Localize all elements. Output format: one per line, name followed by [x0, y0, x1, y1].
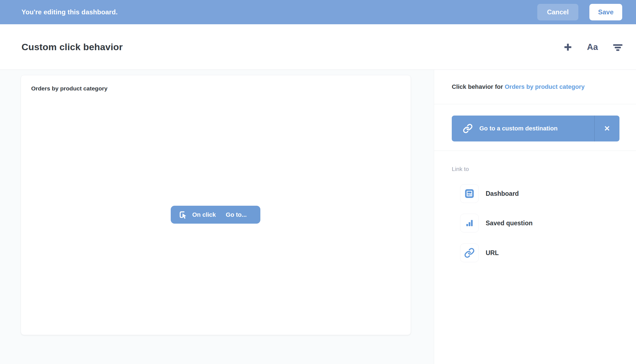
link-to-section-label: Link to — [452, 166, 469, 172]
destination-section: Go to a custom destination ✕ — [434, 104, 636, 151]
cursor-click-icon — [178, 210, 188, 220]
on-click-behavior-button[interactable]: On click Go to... — [171, 206, 260, 224]
link-icon — [460, 243, 479, 262]
save-button[interactable]: Save — [589, 4, 622, 20]
dashboard-title: Custom click behavior — [22, 42, 123, 52]
card-name-link[interactable]: Orders by product category — [505, 83, 585, 90]
sidebar-header-prefix: Click behavior for — [452, 83, 505, 90]
on-click-label: On click — [192, 211, 216, 218]
custom-destination-label: Go to a custom destination — [479, 125, 594, 132]
link-to-dashboard-option[interactable]: Dashboard — [434, 184, 636, 203]
click-behavior-sidebar: Click behavior for Orders by product cat… — [434, 70, 636, 364]
link-to-url-option[interactable]: URL — [434, 243, 636, 262]
filter-icon[interactable] — [612, 42, 623, 52]
sidebar-header-text: Click behavior for Orders by product cat… — [452, 83, 585, 90]
go-to-label: Go to... — [226, 211, 247, 218]
banner-actions: Cancel Save — [537, 4, 622, 20]
link-to-url-label: URL — [486, 249, 499, 257]
edit-mode-banner: You're editing this dashboard. Cancel Sa… — [0, 0, 636, 24]
dashboard-canvas: Orders by product category On click Go t… — [0, 70, 434, 364]
dashboard-header: Custom click behavior Aa — [0, 24, 636, 70]
add-card-plus-icon[interactable] — [563, 42, 573, 52]
bar-chart-icon — [460, 214, 479, 232]
custom-destination-button[interactable]: Go to a custom destination ✕ — [452, 116, 619, 141]
card-title: Orders by product category — [31, 85, 108, 92]
sidebar-header: Click behavior for Orders by product cat… — [434, 70, 636, 104]
dashboard-icon — [460, 184, 479, 203]
link-to-dashboard-label: Dashboard — [486, 190, 519, 197]
cancel-button[interactable]: Cancel — [537, 4, 578, 20]
edit-mode-message: You're editing this dashboard. — [22, 8, 118, 16]
link-to-saved-question-label: Saved question — [486, 220, 533, 227]
dashboard-card[interactable]: Orders by product category On click Go t… — [21, 75, 411, 335]
link-to-saved-question-option[interactable]: Saved question — [434, 214, 636, 232]
dashboard-toolbar: Aa — [563, 24, 623, 70]
link-icon — [463, 124, 473, 133]
close-icon[interactable]: ✕ — [594, 116, 619, 141]
text-options-icon[interactable]: Aa — [587, 42, 598, 52]
